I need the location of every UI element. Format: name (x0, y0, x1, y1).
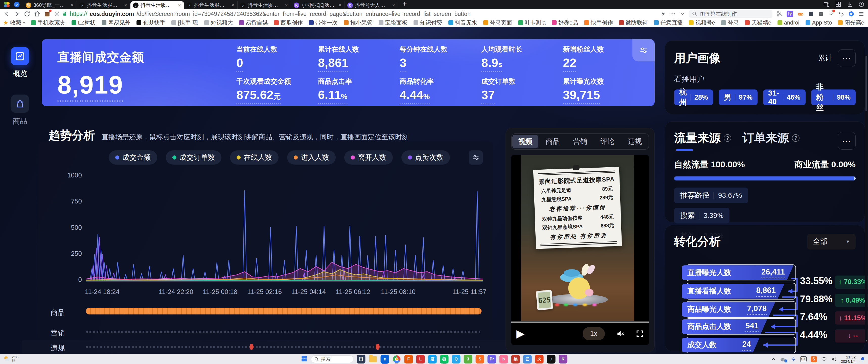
scissors-screenshot-icon[interactable] (776, 11, 782, 17)
bookmark-item[interactable]: 西瓜创作 (274, 19, 303, 27)
trend-legend-settings-button[interactable] (469, 150, 483, 164)
funnel-bar-商品点击人数[interactable]: 商品点击人数541 (682, 319, 767, 334)
taskbar-app-icon[interactable]: 云 (523, 355, 532, 363)
violation-marker[interactable] (249, 344, 253, 350)
browser-tab[interactable]: ♪抖音生活服务｜本地直播专业× (130, 1, 184, 9)
toolbar-chevron-icon[interactable] (680, 11, 685, 17)
kpi-main-value[interactable]: 8,919 (57, 72, 123, 102)
browser-profile-icon[interactable] (14, 1, 20, 7)
history-clock-icon[interactable] (858, 1, 864, 7)
marketing-timeline-track[interactable] (86, 331, 480, 333)
refresh-button[interactable] (24, 11, 30, 17)
player-tab-评论[interactable]: 评论 (594, 135, 620, 148)
bookmark-item[interactable]: 登录 (721, 19, 739, 27)
taskbar-app-icon[interactable]: 3 (464, 355, 472, 363)
taskbar-app-icon[interactable]: 田 (357, 355, 366, 363)
violation-timeline-track[interactable] (86, 346, 480, 348)
sidebar-item-overview[interactable]: 概览 (11, 47, 29, 79)
notification-bell-icon[interactable] (860, 357, 865, 362)
wifi-icon[interactable] (821, 357, 827, 362)
taskbar-app-icon[interactable]: S (476, 355, 484, 363)
goods-timeline-bar[interactable] (86, 308, 482, 314)
profile-chip-31-40[interactable]: 31-4046% (763, 90, 805, 105)
bookmark-item[interactable]: 快手创作 (584, 19, 613, 27)
tab-order-source[interactable]: 订单来源? (742, 130, 800, 146)
taskbar-app-icon[interactable]: F (404, 355, 413, 363)
cloud-sync-icon[interactable]: i (780, 357, 786, 362)
traffic-more-button[interactable]: ··· (838, 132, 856, 150)
taskbar-app-icon[interactable]: K (559, 355, 567, 363)
taskbar-app-icon[interactable] (393, 355, 401, 363)
kpi-stat-value[interactable]: 39,715 (563, 89, 600, 104)
menu-hamburger-icon[interactable] (858, 11, 864, 17)
playback-speed-button[interactable]: 1x (583, 327, 605, 340)
bookmark-item[interactable]: 好券e品 (552, 19, 578, 27)
sync-account-icon[interactable] (848, 11, 854, 17)
tab-close-icon[interactable]: × (284, 2, 288, 8)
kpi-stat-value[interactable]: 4.44% (400, 89, 430, 104)
browser-tab[interactable]: ♪抖音生活服务｜本地直播专业× (184, 1, 238, 9)
player-tab-违规[interactable]: 违规 (622, 135, 648, 148)
browser-tab[interactable]: C抖音号无人直播团购玩法每天× (345, 1, 398, 9)
play-button[interactable]: ▶ (517, 328, 525, 339)
url-bar[interactable]: https://eos.douyin.com/dp/liveScreen?roo… (54, 10, 657, 18)
sogou-input-icon[interactable]: S (811, 356, 817, 362)
legend-chip[interactable]: 点赞次数 (401, 150, 450, 164)
forward-button[interactable] (14, 11, 20, 17)
page-scrollbar[interactable]: ▼ (865, 55, 867, 343)
legend-chip[interactable]: 成交订单数 (166, 150, 221, 164)
multi-device-icon[interactable] (824, 1, 830, 7)
bookmark-item[interactable]: 知识付费 (413, 19, 442, 27)
tab-traffic-source[interactable]: 流量来源? (674, 130, 731, 146)
profile-more-button[interactable]: ··· (838, 49, 856, 67)
traffic-chip-推荐路径[interactable]: 推荐路径93.67% (674, 187, 748, 203)
bookmark-item[interactable]: 宝塔面板 (379, 19, 407, 27)
player-tab-商品[interactable]: 商品 (540, 135, 565, 148)
taskbar-app-icon[interactable]: 微 (440, 355, 449, 363)
reader-mode-icon[interactable] (54, 11, 60, 17)
translate-extension-icon[interactable]: 译 (786, 11, 793, 17)
microphone-icon[interactable] (791, 357, 796, 362)
bookmark-item[interactable]: 创梦快手 (136, 19, 165, 27)
legend-chip[interactable]: 成交金额 (109, 150, 157, 164)
bookmark-item[interactable]: androi (777, 20, 800, 26)
profile-chip-非粉丝[interactable]: 非粉丝98% (811, 90, 856, 105)
taskbar-app-icon[interactable]: 火 (535, 355, 544, 363)
new-tab-button[interactable]: + (398, 0, 411, 9)
taskbar-app-icon[interactable]: 店 (428, 355, 437, 363)
tab-close-icon[interactable]: × (338, 2, 342, 8)
bookmark-item[interactable]: 任意直播 (654, 19, 683, 27)
notebook-extension-icon[interactable] (808, 11, 814, 17)
mute-speaker-icon[interactable] (616, 329, 625, 338)
bookmark-item[interactable]: 抖音无水 (448, 19, 477, 27)
taskbar-app-icon[interactable]: Pr (488, 355, 496, 363)
bookmark-item[interactable]: 带你一次 (309, 19, 338, 27)
profile-mode-label[interactable]: 累计 (818, 53, 832, 63)
kpi-stat-value[interactable]: 37 (481, 89, 495, 104)
taskbar-app-icon[interactable]: 易 (512, 355, 520, 363)
home-button[interactable] (34, 11, 40, 17)
video-player[interactable]: 景尚汇影院式足道按摩SPA 六星养元足道89元九星意境SPA289元 老客推荐·… (512, 155, 649, 345)
taskbar-app-icon[interactable]: ♪ (547, 355, 556, 363)
tab-close-icon[interactable]: × (231, 2, 235, 8)
bookmark-item[interactable]: 微防联轲 (619, 19, 648, 27)
taskbar-app-icon[interactable]: b (499, 355, 508, 363)
traffic-chip-搜索[interactable]: 搜索3.39% (674, 208, 730, 223)
toolbar-more-icon[interactable] (670, 11, 676, 17)
tray-chevron-up-icon[interactable] (771, 357, 776, 361)
browser-tab[interactable]: K小K网-QQ活动_资源分享-源码× (291, 1, 345, 9)
kpi-stat-value[interactable]: 8,861 (318, 57, 348, 72)
bookmark-item[interactable]: 网易见外 (102, 19, 130, 27)
tab-close-icon[interactable]: × (70, 2, 74, 8)
bookmark-item[interactable]: 视频号e (689, 19, 715, 27)
taskbar-search[interactable]: 搜索 (311, 355, 353, 363)
legend-chip[interactable]: 在线人数 (230, 150, 279, 164)
toolbar-search-box[interactable]: 图怪兽在线制作 (689, 10, 772, 18)
back-button[interactable] (4, 11, 10, 17)
gamepad-extension-icon[interactable] (797, 11, 804, 17)
workspace-grid-icon[interactable] (835, 1, 841, 7)
profile-chip-男[interactable]: 男97% (719, 90, 757, 105)
ime-indicator[interactable]: 中 (800, 357, 807, 362)
funnel-bar-成交人数[interactable]: 成交人数24 (682, 338, 760, 353)
trend-chart[interactable] (86, 175, 483, 282)
